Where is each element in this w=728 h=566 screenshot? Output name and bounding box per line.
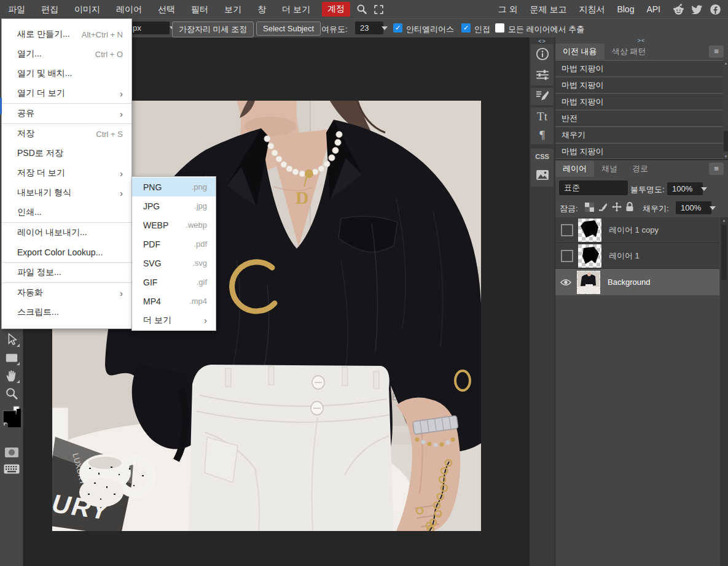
- menu-item-export-layers[interactable]: 레이어 내보내기...: [2, 223, 131, 242]
- menu-file[interactable]: 파일: [0, 0, 33, 18]
- tab-channels[interactable]: 채널: [594, 161, 625, 177]
- history-step[interactable]: 마법 지팡이: [555, 93, 723, 109]
- menu-item-print[interactable]: 인쇄...: [2, 203, 131, 222]
- refine-edge-button[interactable]: 가장자리 미세 조정: [172, 21, 254, 37]
- fill-input[interactable]: 100%: [676, 201, 711, 214]
- submenu-item-gif[interactable]: GIF.gif: [132, 273, 216, 292]
- scroll-up-icon[interactable]: ▲: [723, 61, 728, 65]
- tab-history[interactable]: 이전 내용: [555, 44, 605, 60]
- history-step[interactable]: 마법 지팡이: [555, 143, 723, 159]
- menu-item-automate[interactable]: 자동화›: [2, 283, 131, 303]
- submenu-item-mp4[interactable]: MP4.mp4: [132, 292, 216, 311]
- tolerance-input[interactable]: 23: [355, 21, 383, 34]
- layers-scrollbar[interactable]: ▲: [720, 217, 728, 566]
- tab-swatches[interactable]: 색상 패턴: [605, 44, 654, 60]
- sample-all-layers-checkbox[interactable]: [495, 23, 504, 33]
- layer-row-layer1copy[interactable]: 레이어 1 copy: [555, 217, 719, 243]
- history-step[interactable]: 채우기: [555, 126, 723, 142]
- menu-item-new[interactable]: 새로 만들기...Alt+Ctrl + N: [2, 25, 131, 44]
- menu-layer[interactable]: 레이어: [108, 0, 150, 18]
- menu-item-file-info[interactable]: 파일 정보...: [2, 263, 131, 282]
- menu-item-open-more[interactable]: 열기 더 보기›: [2, 83, 131, 103]
- submenu-item-svg[interactable]: SVG.svg: [132, 254, 216, 273]
- layers-panel-menu-icon[interactable]: ≡: [709, 163, 724, 175]
- menu-item-open-and-place[interactable]: 열기 및 배치...: [2, 64, 131, 83]
- menu-item-open[interactable]: 열기...Ctrl + O: [2, 44, 131, 64]
- scroll-up-icon[interactable]: ▲: [720, 219, 728, 222]
- layer-thumbnail[interactable]: [577, 271, 600, 294]
- search-icon[interactable]: [356, 4, 367, 15]
- account-button[interactable]: 계정: [322, 2, 350, 17]
- menu-filter[interactable]: 필터: [183, 0, 216, 18]
- adjustments-icon[interactable]: [536, 69, 549, 82]
- scrollbar-thumb[interactable]: [721, 225, 727, 280]
- lock-position-icon[interactable]: [612, 202, 622, 212]
- collapse-panel-icon[interactable]: ><: [629, 37, 654, 44]
- facebook-icon[interactable]: [709, 3, 722, 16]
- menu-window[interactable]: 창: [249, 0, 274, 18]
- link-report[interactable]: 문제 보고: [524, 0, 573, 18]
- history-step[interactable]: 마법 지팡이: [555, 77, 723, 93]
- submenu-item-more[interactable]: 더 보기›: [132, 311, 216, 330]
- link-api[interactable]: API: [640, 0, 667, 18]
- twitter-icon[interactable]: [691, 3, 703, 16]
- visibility-checkbox[interactable]: [561, 224, 573, 236]
- menu-item-export-color-lookup[interactable]: Export Color Lookup...: [2, 242, 131, 262]
- link-blog[interactable]: Blog: [611, 0, 640, 18]
- layer-row-layer1[interactable]: 레이어 1: [555, 243, 719, 269]
- menu-item-save-as-psd[interactable]: PSD로 저장: [2, 144, 131, 163]
- opacity-input[interactable]: 100%: [667, 182, 703, 195]
- layer-name[interactable]: 레이어 1 copy: [609, 225, 659, 236]
- brush-settings-icon[interactable]: [536, 90, 549, 104]
- direct-select-tool[interactable]: [2, 331, 21, 348]
- history-scrollbar[interactable]: ▲ ▼: [723, 60, 728, 160]
- scrollbar-thumb[interactable]: [724, 131, 728, 152]
- visibility-checkbox[interactable]: [561, 250, 573, 262]
- history-panel-menu-icon[interactable]: ≡: [709, 45, 724, 58]
- menu-item-save[interactable]: 저장Ctrl + S: [2, 124, 131, 144]
- css-panel-icon[interactable]: CSS: [535, 153, 549, 160]
- menu-item-export-as[interactable]: 내보내기 형식›: [2, 183, 131, 203]
- menu-image[interactable]: 이미지: [66, 0, 108, 18]
- submenu-item-webp[interactable]: WEBP.webp: [132, 215, 216, 235]
- antialias-checkbox[interactable]: ✓: [393, 23, 402, 33]
- opacity-dropdown-icon[interactable]: [701, 187, 707, 191]
- contiguous-checkbox[interactable]: ✓: [461, 23, 471, 33]
- link-other[interactable]: 그 외: [492, 0, 524, 18]
- menu-view[interactable]: 보기: [216, 0, 249, 18]
- lock-pixels-icon[interactable]: [598, 203, 608, 212]
- history-step[interactable]: 반전: [555, 110, 723, 126]
- layer-thumbnail[interactable]: [578, 244, 601, 268]
- fill-dropdown-icon[interactable]: [710, 206, 716, 210]
- collapse-sidebar-icon[interactable]: <>: [530, 38, 555, 44]
- info-icon[interactable]: [536, 47, 549, 63]
- zoom-tool[interactable]: [2, 385, 21, 402]
- tab-paths[interactable]: 경로: [625, 161, 656, 177]
- menu-more[interactable]: 더 보기: [274, 0, 318, 18]
- layer-row-background[interactable]: Background: [555, 269, 719, 296]
- menu-select[interactable]: 선택: [150, 0, 183, 18]
- keyboard-shortcuts-tool[interactable]: [2, 460, 21, 478]
- submenu-item-png[interactable]: PNG.png: [132, 177, 216, 196]
- menu-item-script[interactable]: 스크립트...: [2, 303, 131, 322]
- tab-layers[interactable]: 레이어: [555, 161, 594, 177]
- rectangle-tool[interactable]: [2, 349, 21, 366]
- tolerance-dropdown-icon[interactable]: [382, 26, 388, 30]
- color-swatches[interactable]: [2, 405, 21, 428]
- layer-name[interactable]: Background: [608, 277, 650, 287]
- layer-thumbnail[interactable]: [578, 219, 601, 242]
- quick-mask-tool[interactable]: [2, 444, 21, 461]
- blend-mode-select[interactable]: 표준: [559, 180, 628, 195]
- submenu-item-jpg[interactable]: JPG.jpg: [132, 196, 216, 215]
- select-subject-button[interactable]: Select Subject: [256, 21, 321, 36]
- visibility-eye-icon[interactable]: [560, 279, 572, 286]
- link-manual[interactable]: 지침서: [573, 0, 611, 18]
- lock-all-icon[interactable]: [625, 202, 634, 212]
- history-step[interactable]: 마법 지팡이: [555, 60, 723, 76]
- fullscreen-icon[interactable]: [374, 4, 384, 15]
- layer-name[interactable]: 레이어 1: [609, 250, 640, 262]
- image-panel-icon[interactable]: [536, 169, 549, 182]
- feather-unit-select[interactable]: px: [128, 21, 170, 34]
- menu-item-share[interactable]: 공유›: [2, 104, 131, 123]
- lock-transparency-icon[interactable]: [585, 203, 594, 212]
